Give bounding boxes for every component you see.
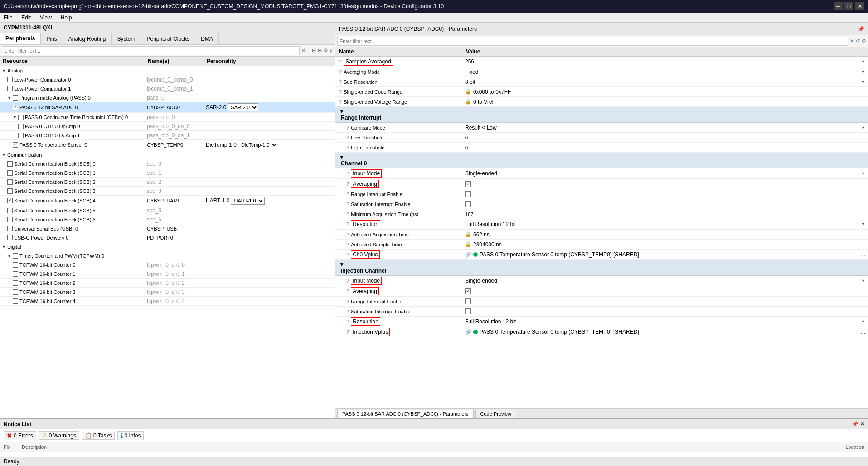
link-icon[interactable]: 🔗 [465, 329, 471, 335]
help-icon[interactable]: ? [346, 181, 349, 187]
param-value[interactable]: Full Resolution 12 bit ▼ [462, 317, 868, 327]
table-row[interactable]: Low-Power Comparator 0 lpcomp_0_comp_0 [0, 75, 335, 84]
filter-icon[interactable]: ≡ [307, 48, 310, 53]
param-value[interactable]: Result < Low ▼ [462, 123, 868, 132]
personality-dropdown[interactable]: SAR-2.0 [228, 103, 258, 111]
resource-checkbox[interactable] [18, 115, 24, 120]
table-row[interactable]: USB-C Power Delivery 0 PD_PORT0 [0, 233, 335, 242]
help-icon[interactable]: ? [339, 69, 342, 75]
table-row[interactable]: TCPWM 16-bit Counter 1 tcpwm_0_cnt_1 [0, 269, 335, 279]
help-icon[interactable]: ? [339, 79, 342, 85]
table-row[interactable]: TCPWM 16-bit Counter 0 tcpwm_0_cnt_0 [0, 260, 335, 269]
table-row[interactable]: Low-Power Comparator 1 lpcomp_0_comp_1 [0, 84, 335, 93]
param-value[interactable]: 256 ▼ [462, 57, 868, 67]
menu-file[interactable]: File [2, 14, 14, 22]
tab-dma[interactable]: DMA [195, 33, 219, 44]
resource-checkbox[interactable] [7, 217, 13, 222]
personality-dropdown[interactable]: UART-1.0 [231, 197, 265, 205]
low-threshold-input[interactable] [465, 135, 865, 140]
table-row[interactable]: ▼ Analog [0, 66, 335, 75]
resource-checkbox[interactable] [7, 235, 13, 240]
tab-system[interactable]: System [112, 33, 141, 44]
help-icon[interactable]: ? [346, 171, 349, 176]
menu-view[interactable]: View [38, 14, 53, 22]
table-row[interactable]: PASS 0 CTB 0 OpAmp 0 pass_ctb_0_oa_0 [0, 122, 335, 131]
table-row[interactable]: Serial Communication Block (SCB) 3 scb_3 [0, 187, 335, 196]
help-icon[interactable]: ? [346, 232, 349, 237]
section-row-range-interrupt[interactable]: ▼ Range Interrupt [335, 107, 868, 123]
resource-checkbox[interactable] [13, 262, 18, 268]
section-row-injection[interactable]: ▼ Injection Channel [335, 260, 868, 276]
table-row[interactable]: Serial Communication Block (SCB) 1 scb_1 [0, 168, 335, 178]
expand-icon[interactable]: ▼ [2, 153, 6, 157]
tab-analog-routing[interactable]: Analog-Routing [63, 33, 112, 44]
resource-checkbox[interactable] [13, 253, 18, 259]
table-row[interactable]: ▼ Communication [0, 150, 335, 159]
tab-code-preview[interactable]: Code Preview [475, 410, 516, 418]
table-row[interactable]: ▼ Timer, Counter, and PWM (TCPWM) 0 [0, 251, 335, 260]
help-icon[interactable]: ? [339, 59, 342, 64]
table-row[interactable]: PASS 0 CTB 0 OpAmp 1 pass_ctb_0_oa_1 [0, 131, 335, 140]
task-badge[interactable]: 📋 0 Tasks [82, 432, 115, 440]
resource-checkbox[interactable] [7, 179, 13, 185]
help-icon[interactable]: ? [346, 145, 349, 150]
help-icon[interactable]: ? [346, 288, 349, 294]
notice-close-icon[interactable]: ✕ [860, 421, 864, 427]
right-filter-clear-icon[interactable]: ✕ [850, 38, 854, 44]
tab-pins[interactable]: Pins [41, 33, 63, 44]
help-icon[interactable]: ? [346, 299, 349, 304]
table-row[interactable]: Serial Communication Block (SCB) 0 scb_0 [0, 159, 335, 168]
left-filter-input[interactable] [2, 46, 300, 55]
table-row[interactable]: TCPWM 16-bit Counter 3 tcpwm_0_cnt_3 [0, 288, 335, 297]
menu-help[interactable]: Help [59, 14, 74, 22]
warning-badge[interactable]: ⚠ 0 Warnings [39, 431, 79, 440]
resource-checkbox[interactable] [7, 208, 13, 213]
help-icon[interactable]: ? [346, 135, 349, 140]
help-icon[interactable]: ? [346, 221, 349, 227]
param-value[interactable] [462, 209, 868, 219]
help-icon[interactable]: ? [339, 99, 342, 105]
range-interrupt-injection-checkbox[interactable] [465, 298, 471, 304]
resource-checkbox[interactable] [7, 77, 13, 82]
resource-checkbox[interactable] [18, 124, 24, 129]
tab-peripherals[interactable]: Peripherals [0, 33, 41, 44]
resource-checkbox[interactable] [7, 170, 13, 176]
help-icon[interactable]: ? [346, 252, 349, 257]
param-value[interactable]: Single-ended ▼ [462, 276, 868, 286]
info-badge[interactable]: ℹ 0 Infos [117, 431, 144, 440]
help-icon[interactable]: ? [346, 329, 349, 335]
expand-icon[interactable]: ▼ [7, 96, 11, 100]
expand-icon[interactable]: ▼ [7, 254, 11, 258]
param-value[interactable]: Full Resolution 12 bit ▼ [462, 219, 868, 229]
copy-icon[interactable]: ⎘ [330, 48, 333, 53]
personality-dropdown[interactable]: DieTemp-1.0 [238, 141, 278, 149]
help-icon[interactable]: ? [346, 202, 349, 207]
right-filter-input[interactable] [337, 37, 848, 46]
table-row[interactable]: PASS 0 Temperature Sensor 0 CYBSP_TEMP0 … [0, 140, 335, 150]
expand-all-icon[interactable]: ⊞ [312, 48, 316, 53]
expand-icon[interactable]: ▼ [13, 115, 17, 120]
close-button[interactable]: ✕ [855, 2, 864, 10]
resource-checkbox[interactable] [18, 133, 24, 138]
filter-clear-icon[interactable]: ✕ [301, 48, 305, 53]
help-icon[interactable]: ? [346, 125, 349, 130]
help-icon[interactable]: ? [339, 89, 342, 95]
table-row[interactable]: ▼ Programmable Analog (PASS) 0 pass_0 [0, 93, 335, 102]
resource-checkbox[interactable] [7, 198, 13, 203]
collapse-all-icon[interactable]: ⊟ [318, 48, 322, 53]
averaging-ch0-checkbox[interactable] [465, 181, 471, 187]
saturation-interrupt-injection-checkbox[interactable] [465, 308, 471, 314]
resource-checkbox[interactable] [7, 86, 13, 91]
resource-checkbox[interactable] [13, 142, 18, 148]
table-row[interactable]: ▼ PASS 0 Continuous Time Block mini (CTB… [0, 113, 335, 122]
help-icon[interactable]: ? [346, 309, 349, 314]
help-icon[interactable]: ? [346, 192, 349, 197]
tab-parameters[interactable]: PASS 0 12-bit SAR ADC 0 (CYBSP_ADC0) - P… [337, 410, 474, 418]
param-value[interactable]: Fixed ▼ [462, 67, 868, 77]
table-row[interactable]: ▼ Digital [0, 242, 335, 251]
param-value[interactable] [462, 143, 868, 152]
min-acq-time-input[interactable] [465, 211, 865, 217]
help-icon[interactable]: ? [346, 319, 349, 324]
link-icon[interactable]: 🔗 [465, 252, 471, 258]
menu-edit[interactable]: Edit [19, 14, 33, 22]
